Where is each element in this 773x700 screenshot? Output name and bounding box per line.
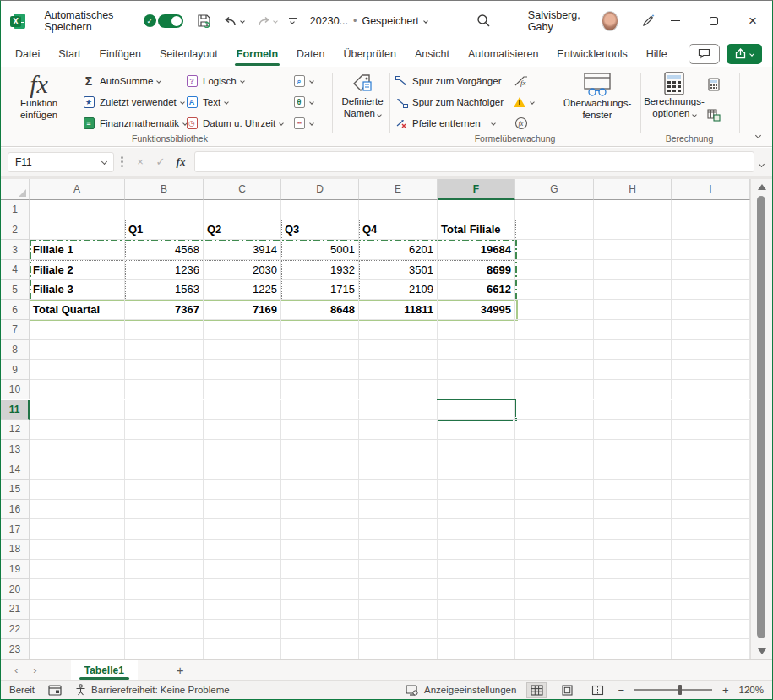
watch-window-button[interactable]: Überwachungs- fenster [558,72,636,122]
row-header-17[interactable]: 17 [1,519,30,540]
cell-B2[interactable]: Q1 [125,220,204,241]
menu-tab-seitenlayout[interactable]: Seitenlayout [150,43,227,65]
cell-I15[interactable] [672,480,750,500]
cell-C18[interactable] [204,540,281,560]
row-header-8[interactable]: 8 [1,340,30,361]
row-header-9[interactable]: 9 [1,360,30,380]
cell-F16[interactable] [438,500,515,520]
cell-G17[interactable] [515,519,594,540]
zoom-in-button[interactable]: + [722,684,729,697]
cell-H23[interactable] [594,639,672,659]
cell-G15[interactable] [515,480,594,500]
cancel-icon[interactable]: × [130,152,150,172]
row-header-7[interactable]: 7 [1,320,30,340]
display-settings-button[interactable]: Anzeigeeinstellungen [406,685,516,696]
menu-tab-start[interactable]: Start [49,43,90,65]
cell-I6[interactable] [672,300,750,320]
cell-E21[interactable] [359,600,438,620]
cell-B11[interactable] [125,400,204,421]
macro-record-icon[interactable] [48,685,62,696]
cell-A13[interactable] [30,440,125,460]
cell-B9[interactable] [125,360,204,380]
normal-view-button[interactable] [526,682,547,698]
menu-tab-überprüfen[interactable]: Überprüfen [334,43,406,65]
save-button[interactable] [197,14,211,28]
cell-F22[interactable] [438,620,515,640]
new-sheet-button[interactable]: + [177,663,184,677]
menu-tab-formeln[interactable]: Formeln [227,43,287,65]
cell-D23[interactable] [281,639,359,659]
row-header-15[interactable]: 15 [1,480,30,500]
cell-H6[interactable] [594,300,672,320]
zoom-slider-thumb[interactable] [678,685,682,695]
cell-A8[interactable] [30,340,125,361]
cell-B7[interactable] [125,320,204,340]
cell-E15[interactable] [359,480,438,500]
cell-B10[interactable] [125,380,204,400]
cell-C20[interactable] [204,579,281,600]
cell-D17[interactable] [281,519,359,540]
cell-G3[interactable] [515,240,594,260]
row-header-4[interactable]: 4 [1,260,30,280]
cell-F7[interactable] [438,320,515,340]
insert-function-icon[interactable]: fx [171,152,191,172]
cell-H9[interactable] [594,360,672,380]
cell-F1[interactable] [438,200,515,220]
cell-A4[interactable]: Filiale 2 [30,260,125,280]
cell-F9[interactable] [438,360,515,380]
cell-D6[interactable]: 8648 [281,300,359,320]
cell-B22[interactable] [125,620,204,640]
cell-H15[interactable] [594,480,672,500]
scroll-down-arrow[interactable] [758,648,766,654]
cell-E12[interactable] [359,420,438,440]
row-header-20[interactable]: 20 [1,579,30,600]
more-functions-button[interactable]: ┅ [292,114,313,133]
comments-button[interactable] [689,44,720,64]
logical-button[interactable]: ? Logisch [185,72,244,90]
cell-G2[interactable] [515,220,594,241]
cell-B3[interactable]: 4568 [125,240,204,260]
cell-H19[interactable] [594,560,672,580]
cell-C14[interactable] [204,459,281,480]
cell-G18[interactable] [515,540,594,560]
cell-F11[interactable] [438,400,515,421]
vertical-scrollbar[interactable] [750,179,772,659]
cell-C7[interactable] [204,320,281,340]
zoom-out-button[interactable]: − [618,684,624,697]
menu-tab-hilfe[interactable]: Hilfe [637,43,677,65]
remove-arrows-button[interactable]: Pfeile entfernen [395,114,495,133]
cell-D11[interactable] [281,400,359,421]
cell-D22[interactable] [281,620,359,640]
collapse-ribbon-chevron[interactable] [756,129,760,139]
cell-C10[interactable] [204,380,281,400]
cell-D18[interactable] [281,540,359,560]
cell-G12[interactable] [515,420,594,440]
row-header-19[interactable]: 19 [1,560,30,580]
cell-G20[interactable] [515,579,594,600]
cell-B8[interactable] [125,340,204,361]
cell-C5[interactable]: 1225 [204,280,281,301]
worksheet-grid[interactable]: ABCDEFGHI12Q1Q2Q3Q4Total Filiale3Filiale… [1,179,750,659]
column-header-A[interactable]: A [30,179,125,200]
formula-input[interactable] [194,151,754,172]
cell-G10[interactable] [515,380,594,400]
cell-G21[interactable] [515,600,594,620]
cell-F23[interactable] [438,639,515,659]
search-icon[interactable] [476,14,491,28]
text-button[interactable]: A Text [185,93,228,111]
cell-B5[interactable]: 1563 [125,280,204,301]
prev-sheet-arrow[interactable]: ‹ [14,664,18,676]
trace-precedents-button[interactable]: Spur zum Vorgänger [395,72,501,90]
cell-C22[interactable] [204,620,281,640]
cell-F12[interactable] [438,420,515,440]
cell-D4[interactable]: 1932 [281,260,359,280]
cell-F4[interactable]: 8699 [438,260,515,280]
cell-E4[interactable]: 3501 [359,260,438,280]
cell-F3[interactable]: 19684 [438,240,515,260]
cell-F17[interactable] [438,519,515,540]
sheet-tab-tabelle1[interactable]: Tabelle1 [71,660,138,681]
row-header-1[interactable]: 1 [1,200,30,220]
row-header-10[interactable]: 10 [1,380,30,400]
error-checking-button[interactable] [513,93,534,111]
scroll-up-arrow[interactable] [758,184,766,190]
